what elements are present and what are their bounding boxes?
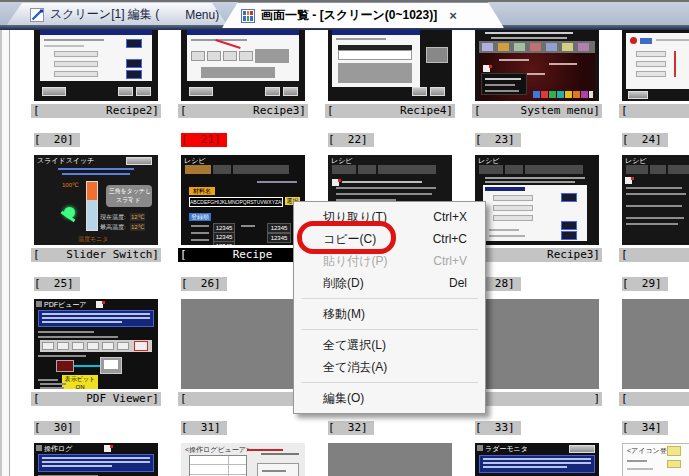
thumb-button — [42, 87, 66, 96]
thumb-tab — [185, 165, 211, 174]
screen-number-label: [ 22] — [328, 133, 374, 147]
screen-thumbnail-pdf-viewer[interactable]: PDFビューア 表示ビットON — [34, 299, 158, 389]
menu-separator — [301, 382, 478, 383]
menu-item-select-all[interactable]: 全て選択(L) — [294, 334, 485, 356]
slider-track — [86, 181, 98, 231]
monitor-icon — [100, 357, 122, 374]
screen-edit-icon — [30, 8, 44, 22]
screen-thumbnail-log-viewer[interactable]: <操作ログビューア> — [181, 443, 305, 476]
plc-icon — [56, 360, 74, 372]
menu-item-delete[interactable]: 削除(D) Del — [294, 272, 485, 294]
menu-item-clear-all[interactable]: 全て消去(A) — [294, 356, 485, 378]
thumb-button — [569, 445, 595, 453]
copy-highlight-circle-annotation — [297, 221, 396, 254]
display-bit-chip: 表示ビットON — [62, 375, 98, 389]
screen-number-label: [ 31] — [181, 421, 227, 435]
screen-number-label: [ 29] — [622, 277, 668, 291]
thumb-tab — [668, 165, 689, 174]
thumb-tab — [233, 165, 289, 174]
screen-number-label: [ 34] — [622, 421, 668, 435]
screen-thumbnail-empty[interactable] — [181, 299, 305, 389]
window-top-edge — [0, 0, 689, 2]
thumb-tab — [213, 165, 231, 174]
screen-name-label: [Recipe3] — [472, 248, 602, 262]
yellow-panel — [667, 460, 681, 468]
info-banner — [479, 455, 595, 473]
screen-number-label: [ 26] — [181, 277, 227, 291]
thumb-tab — [650, 165, 666, 174]
title-icon — [36, 301, 42, 307]
close-tab-icon[interactable]: × — [449, 8, 457, 23]
thumb-button — [136, 87, 151, 96]
screen-thumbnail-recipe3[interactable]: レシピ — [475, 155, 599, 245]
title-icon — [477, 445, 483, 451]
monitor-icon — [426, 47, 448, 63]
screen-name-label: [Recipe3] — [178, 104, 308, 118]
yellow-panel — [667, 446, 681, 456]
screen-thumbnail-empty[interactable] — [475, 299, 599, 389]
recipe-name-field: ABCDEFGHIJKLMNOPQRSTUVWXYZAB — [189, 197, 283, 207]
menu-separator — [301, 329, 478, 330]
pc-icon — [561, 231, 577, 240]
thumb-tab — [332, 165, 356, 174]
color-icon-row — [533, 91, 593, 99]
dialog-body — [332, 35, 420, 87]
tab-bar: スクリーン[1] 編集 ( Menu) 画面一覧 - [スクリーン(0~1023… — [0, 0, 689, 30]
dialog-body — [483, 185, 587, 241]
screen-thumbnail-operation-log[interactable]: 操作ログ — [34, 443, 158, 476]
screen-number-label: [ 23] — [475, 133, 521, 147]
screen-name-label: [] — [472, 392, 602, 406]
thumb-tab — [378, 165, 436, 174]
screen-number-label: [ 32] — [328, 421, 374, 435]
pc-icon — [126, 59, 142, 68]
screen-name-label: [System menu] — [472, 104, 602, 118]
screen-thumbnail-ladder-monitor[interactable]: ラダーモニタ — [475, 443, 599, 476]
thumb-tab — [505, 165, 523, 174]
screen-number-label: [ 24] — [622, 133, 668, 147]
pc-icon — [126, 39, 142, 48]
toolbar-strip — [40, 340, 152, 352]
brand-logo-icon — [625, 177, 632, 184]
screen-number-label: [ 30] — [34, 421, 80, 435]
screen-list-icon — [241, 9, 255, 23]
thumb-tab — [525, 165, 583, 174]
thumb-button — [628, 91, 648, 99]
red-icon — [630, 37, 637, 44]
tab-screen-list[interactable]: 画面一覧 - [スクリーン(0~1023)] × — [222, 2, 504, 28]
application-window: { "tabs": { "editor": { "label_left": "ス… — [0, 0, 689, 476]
tab-editor-label: スクリーン[1] 編集 ( — [50, 6, 159, 23]
thumb-button — [265, 87, 280, 96]
screen-thumbnail-recipe4[interactable] — [328, 30, 452, 101]
menu-item-edit[interactable]: 編集(O) — [294, 387, 485, 409]
screen-thumbnail-recipe3[interactable] — [181, 30, 305, 101]
thumb-button — [430, 87, 445, 96]
tab-screen-list-title: 画面一覧 - [スクリーン(0~1023)] — [261, 7, 437, 24]
screen-thumbnail-icon-registration[interactable]: <アイコン登録> — [622, 443, 689, 476]
screen-thumbnail-empty[interactable] — [328, 443, 452, 476]
thumb-tab — [626, 165, 648, 174]
screen-number-label: [ 25] — [34, 277, 80, 291]
thumb-button — [118, 87, 133, 96]
brand-logo-icon — [96, 301, 103, 308]
screen-name-label: [] — [178, 392, 308, 406]
screen-thumbnail-recipe[interactable]: レシピ — [622, 155, 689, 245]
tab-screen-editor[interactable]: スクリーン[1] 編集 ( Menu) — [6, 3, 228, 26]
screen-thumbnail-system-menu[interactable] — [475, 30, 599, 101]
thumb-button — [189, 87, 213, 96]
icon-toolbar — [479, 41, 595, 53]
screen-name-label: [ — [619, 104, 689, 118]
screen-thumbnail-recipe2[interactable] — [34, 30, 158, 101]
menu-separator — [301, 298, 478, 299]
tab-editor-screen-name: Menu) — [185, 8, 219, 22]
menu-item-move[interactable]: 移動(M) — [294, 303, 485, 325]
screen-thumbnail[interactable] — [622, 30, 689, 101]
pc-icon — [561, 193, 577, 202]
screen-thumbnail-slider-switch[interactable]: スライドスイッチ 100℃ 三角をタッチして スライド 現在温度: 12℃ 最高… — [34, 155, 158, 245]
thumb-tab — [479, 165, 503, 174]
screen-thumbnail-recipe-selected[interactable]: レシピ 材料名 ABCDEFGHIJKLMNOPQRSTUVWXYZAB 選択 … — [181, 155, 305, 245]
screen-thumbnail-empty[interactable] — [622, 299, 689, 389]
side-panel — [257, 463, 299, 476]
brand-logo-icon — [104, 445, 111, 452]
dialog-body — [626, 33, 689, 89]
thumb-tab — [358, 165, 376, 174]
